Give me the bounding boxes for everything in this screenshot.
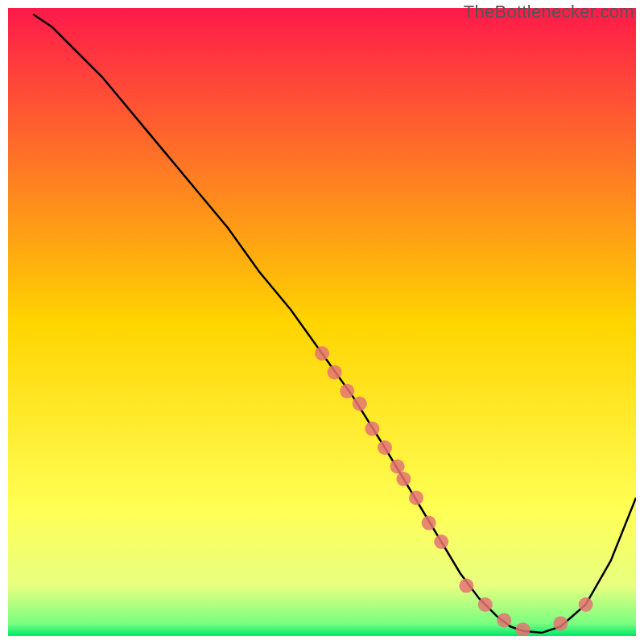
- data-marker: [434, 535, 448, 549]
- plot-area: [8, 8, 636, 636]
- watermark-text: TheBottlenecker.com: [464, 2, 634, 23]
- gradient-background: [8, 8, 636, 636]
- plot-svg: [8, 8, 636, 636]
- data-marker: [328, 365, 342, 379]
- data-marker: [390, 459, 405, 473]
- data-marker: [353, 396, 367, 411]
- data-marker: [365, 422, 379, 436]
- data-marker: [478, 597, 493, 612]
- data-marker: [315, 346, 329, 361]
- data-marker: [553, 616, 568, 630]
- data-marker: [459, 579, 473, 593]
- chart-container: TheBottlenecker.com: [0, 0, 644, 644]
- data-marker: [409, 490, 423, 505]
- data-marker: [396, 472, 411, 486]
- data-marker: [579, 597, 593, 612]
- data-marker: [422, 516, 436, 530]
- data-marker: [378, 440, 392, 455]
- data-marker: [497, 613, 511, 628]
- data-marker: [340, 384, 354, 398]
